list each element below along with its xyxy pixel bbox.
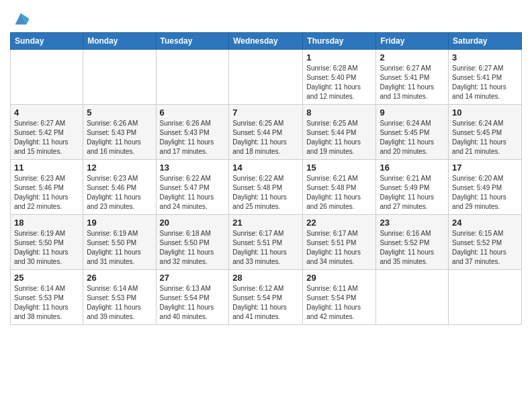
calendar-cell: [376, 270, 449, 325]
day-info: Sunrise: 6:21 AM Sunset: 5:49 PM Dayligh…: [380, 174, 445, 212]
day-info: Sunrise: 6:17 AM Sunset: 5:51 PM Dayligh…: [306, 229, 372, 267]
calendar-cell: 28Sunrise: 6:12 AM Sunset: 5:54 PM Dayli…: [229, 270, 303, 325]
calendar-cell: [229, 50, 303, 105]
calendar-cell: [83, 50, 156, 105]
col-header-monday: Monday: [83, 33, 156, 50]
day-number: 10: [452, 107, 518, 118]
day-number: 27: [160, 273, 226, 283]
calendar-cell: 14Sunrise: 6:22 AM Sunset: 5:48 PM Dayli…: [229, 160, 303, 215]
day-number: 23: [380, 218, 445, 228]
col-header-saturday: Saturday: [449, 33, 522, 50]
calendar-cell: 11Sunrise: 6:23 AM Sunset: 5:46 PM Dayli…: [11, 160, 83, 215]
day-info: Sunrise: 6:25 AM Sunset: 5:44 PM Dayligh…: [306, 119, 372, 156]
calendar-cell: 9Sunrise: 6:24 AM Sunset: 5:45 PM Daylig…: [376, 105, 449, 160]
day-info: Sunrise: 6:15 AM Sunset: 5:52 PM Dayligh…: [452, 229, 518, 267]
day-number: 28: [232, 273, 299, 283]
calendar-week-row: 18Sunrise: 6:19 AM Sunset: 5:50 PM Dayli…: [11, 215, 522, 270]
calendar-week-row: 1Sunrise: 6:28 AM Sunset: 5:40 PM Daylig…: [11, 50, 522, 105]
day-number: 1: [306, 52, 372, 62]
day-number: 26: [87, 273, 152, 283]
logo: [10, 9, 30, 28]
calendar-cell: 13Sunrise: 6:22 AM Sunset: 5:47 PM Dayli…: [156, 160, 229, 215]
calendar-cell: 17Sunrise: 6:20 AM Sunset: 5:49 PM Dayli…: [449, 160, 522, 215]
day-info: Sunrise: 6:24 AM Sunset: 5:45 PM Dayligh…: [380, 119, 445, 156]
day-info: Sunrise: 6:13 AM Sunset: 5:54 PM Dayligh…: [160, 284, 226, 322]
day-number: 15: [306, 163, 372, 173]
day-number: 6: [160, 107, 226, 118]
day-number: 16: [380, 163, 445, 173]
day-number: 18: [14, 218, 79, 228]
day-number: 17: [452, 163, 518, 173]
day-info: Sunrise: 6:16 AM Sunset: 5:52 PM Dayligh…: [380, 229, 445, 267]
calendar-week-row: 4Sunrise: 6:27 AM Sunset: 5:42 PM Daylig…: [11, 105, 522, 160]
day-number: 7: [232, 107, 299, 118]
calendar-cell: 1Sunrise: 6:28 AM Sunset: 5:40 PM Daylig…: [303, 50, 376, 105]
day-number: 5: [87, 107, 152, 118]
calendar-cell: 21Sunrise: 6:17 AM Sunset: 5:51 PM Dayli…: [229, 215, 303, 270]
calendar-cell: 7Sunrise: 6:25 AM Sunset: 5:44 PM Daylig…: [229, 105, 303, 160]
col-header-friday: Friday: [376, 33, 449, 50]
day-number: 22: [306, 218, 372, 228]
calendar-cell: 5Sunrise: 6:26 AM Sunset: 5:43 PM Daylig…: [83, 105, 156, 160]
calendar-cell: 6Sunrise: 6:26 AM Sunset: 5:43 PM Daylig…: [156, 105, 229, 160]
day-info: Sunrise: 6:27 AM Sunset: 5:41 PM Dayligh…: [452, 64, 518, 101]
day-info: Sunrise: 6:23 AM Sunset: 5:46 PM Dayligh…: [14, 174, 79, 212]
day-info: Sunrise: 6:19 AM Sunset: 5:50 PM Dayligh…: [14, 229, 79, 267]
day-number: 14: [232, 163, 299, 173]
calendar-cell: 4Sunrise: 6:27 AM Sunset: 5:42 PM Daylig…: [11, 105, 83, 160]
day-info: Sunrise: 6:19 AM Sunset: 5:50 PM Dayligh…: [87, 229, 152, 267]
calendar-header-row: SundayMondayTuesdayWednesdayThursdayFrid…: [11, 33, 522, 50]
day-number: 4: [14, 107, 79, 118]
logo-icon: [11, 9, 30, 28]
day-info: Sunrise: 6:24 AM Sunset: 5:45 PM Dayligh…: [452, 119, 518, 156]
day-info: Sunrise: 6:20 AM Sunset: 5:49 PM Dayligh…: [452, 174, 518, 212]
calendar-cell: 24Sunrise: 6:15 AM Sunset: 5:52 PM Dayli…: [449, 215, 522, 270]
page: SundayMondayTuesdayWednesdayThursdayFrid…: [0, 0, 532, 332]
day-number: 25: [14, 273, 79, 283]
day-number: 11: [14, 163, 79, 173]
day-info: Sunrise: 6:12 AM Sunset: 5:54 PM Dayligh…: [232, 284, 299, 322]
day-number: 8: [306, 107, 372, 118]
col-header-thursday: Thursday: [303, 33, 376, 50]
day-info: Sunrise: 6:14 AM Sunset: 5:53 PM Dayligh…: [87, 284, 152, 322]
day-number: 9: [380, 107, 445, 118]
day-number: 12: [87, 163, 152, 173]
day-number: 29: [306, 273, 372, 283]
calendar-cell: 29Sunrise: 6:11 AM Sunset: 5:54 PM Dayli…: [303, 270, 376, 325]
day-info: Sunrise: 6:21 AM Sunset: 5:48 PM Dayligh…: [306, 174, 372, 212]
day-number: 3: [452, 52, 518, 62]
day-info: Sunrise: 6:25 AM Sunset: 5:44 PM Dayligh…: [232, 119, 299, 156]
calendar-cell: [156, 50, 229, 105]
calendar-cell: 2Sunrise: 6:27 AM Sunset: 5:41 PM Daylig…: [376, 50, 449, 105]
calendar-cell: 12Sunrise: 6:23 AM Sunset: 5:46 PM Dayli…: [83, 160, 156, 215]
day-info: Sunrise: 6:18 AM Sunset: 5:50 PM Dayligh…: [160, 229, 226, 267]
day-info: Sunrise: 6:17 AM Sunset: 5:51 PM Dayligh…: [232, 229, 299, 267]
calendar-cell: [449, 270, 522, 325]
calendar-table: SundayMondayTuesdayWednesdayThursdayFrid…: [10, 32, 522, 325]
day-info: Sunrise: 6:27 AM Sunset: 5:41 PM Dayligh…: [380, 64, 445, 101]
day-number: 2: [380, 52, 445, 62]
day-info: Sunrise: 6:26 AM Sunset: 5:43 PM Dayligh…: [160, 119, 226, 156]
calendar-cell: 27Sunrise: 6:13 AM Sunset: 5:54 PM Dayli…: [156, 270, 229, 325]
calendar-cell: 23Sunrise: 6:16 AM Sunset: 5:52 PM Dayli…: [376, 215, 449, 270]
header: [10, 7, 522, 28]
col-header-wednesday: Wednesday: [229, 33, 303, 50]
day-info: Sunrise: 6:28 AM Sunset: 5:40 PM Dayligh…: [306, 64, 372, 101]
calendar-week-row: 11Sunrise: 6:23 AM Sunset: 5:46 PM Dayli…: [11, 160, 522, 215]
calendar-cell: 16Sunrise: 6:21 AM Sunset: 5:49 PM Dayli…: [376, 160, 449, 215]
calendar-cell: 20Sunrise: 6:18 AM Sunset: 5:50 PM Dayli…: [156, 215, 229, 270]
calendar-cell: [11, 50, 83, 105]
day-number: 21: [232, 218, 299, 228]
calendar-cell: 19Sunrise: 6:19 AM Sunset: 5:50 PM Dayli…: [83, 215, 156, 270]
col-header-tuesday: Tuesday: [156, 33, 229, 50]
day-info: Sunrise: 6:23 AM Sunset: 5:46 PM Dayligh…: [87, 174, 152, 212]
day-number: 13: [160, 163, 226, 173]
day-number: 19: [87, 218, 152, 228]
calendar-cell: 25Sunrise: 6:14 AM Sunset: 5:53 PM Dayli…: [11, 270, 83, 325]
day-info: Sunrise: 6:26 AM Sunset: 5:43 PM Dayligh…: [87, 119, 152, 156]
calendar-cell: 22Sunrise: 6:17 AM Sunset: 5:51 PM Dayli…: [303, 215, 376, 270]
day-info: Sunrise: 6:27 AM Sunset: 5:42 PM Dayligh…: [14, 119, 79, 156]
day-info: Sunrise: 6:22 AM Sunset: 5:47 PM Dayligh…: [160, 174, 226, 212]
day-info: Sunrise: 6:22 AM Sunset: 5:48 PM Dayligh…: [232, 174, 299, 212]
calendar-cell: 3Sunrise: 6:27 AM Sunset: 5:41 PM Daylig…: [449, 50, 522, 105]
